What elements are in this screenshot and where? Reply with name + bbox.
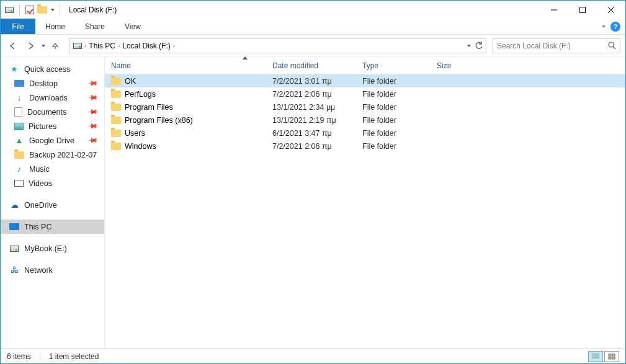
close-button[interactable] — [597, 1, 625, 19]
sidebar-this-pc[interactable]: This PC — [1, 220, 104, 234]
column-size[interactable]: Size — [431, 57, 480, 74]
file-date: 13/1/2021 2:19 πμ — [266, 116, 356, 125]
window-title: Local Disk (F:) — [69, 6, 117, 14]
column-type[interactable]: Type — [356, 57, 431, 74]
maximize-button[interactable] — [568, 1, 597, 19]
drive-icon — [9, 244, 19, 254]
table-row[interactable]: Windows7/2/2021 2:06 πμFile folder — [105, 140, 625, 153]
sidebar-item[interactable]: ↓Downloads📌 — [1, 91, 104, 105]
video-icon — [14, 180, 24, 187]
picture-icon — [14, 123, 24, 130]
table-row[interactable]: OK7/2/2021 3:01 πμFile folder — [105, 74, 625, 87]
svg-rect-1 — [580, 7, 586, 12]
sidebar-item[interactable]: Documents📌 — [1, 105, 104, 119]
download-icon: ↓ — [14, 93, 24, 103]
svg-rect-12 — [609, 357, 611, 359]
pin-icon: 📌 — [86, 120, 98, 132]
sidebar-item-label: Desktop — [29, 79, 58, 88]
sidebar-mybook[interactable]: MyBook (E:) — [1, 241, 104, 255]
cloud-icon: ☁ — [9, 200, 19, 210]
breadcrumb-current[interactable]: Local Disk (F:) — [122, 42, 170, 50]
column-name[interactable]: Name — [105, 57, 266, 74]
table-row[interactable]: PerfLogs7/2/2021 2:06 πμFile folder — [105, 87, 625, 100]
sidebar-item-label: Music — [29, 165, 50, 174]
sidebar-item[interactable]: Pictures📌 — [1, 119, 104, 133]
file-tab[interactable]: File — [1, 19, 35, 34]
sidebar-item-label: Pictures — [29, 122, 56, 131]
search-icon[interactable] — [608, 42, 616, 50]
sidebar-item[interactable]: Desktop📌 — [1, 76, 104, 91]
sidebar-item-label: Videos — [29, 179, 52, 188]
file-type: File folder — [356, 116, 431, 125]
recent-dropdown-icon[interactable] — [42, 45, 45, 47]
address-bar[interactable]: › This PC› Local Disk (F:)› — [69, 38, 486, 53]
qat-properties-icon[interactable] — [25, 5, 35, 15]
file-type: File folder — [356, 129, 431, 138]
sidebar-item[interactable]: Backup 2021-02-07 — [1, 148, 104, 162]
chevron-right-icon[interactable]: › — [118, 42, 120, 49]
nav-row: › This PC› Local Disk (F:)› Search Local… — [1, 35, 625, 57]
file-name: Program Files — [125, 103, 173, 112]
file-date: 6/1/2021 3:47 πμ — [266, 129, 356, 138]
tab-share[interactable]: Share — [75, 19, 115, 34]
pin-icon: 📌 — [86, 78, 98, 89]
svg-line-6 — [613, 47, 615, 49]
table-row[interactable]: Users6/1/2021 3:47 πμFile folder — [105, 127, 625, 140]
pin-icon: 📌 — [86, 92, 98, 104]
desktop-icon — [14, 80, 24, 87]
monitor-icon — [9, 223, 19, 230]
chevron-right-icon[interactable]: › — [84, 42, 86, 49]
tab-home[interactable]: Home — [35, 19, 75, 34]
file-date: 13/1/2021 2:34 μμ — [266, 103, 356, 112]
svg-point-5 — [609, 42, 614, 47]
forward-button[interactable] — [23, 38, 38, 53]
folder-icon — [14, 150, 24, 160]
file-list: Name Date modified Type Size OK7/2/2021 … — [105, 57, 625, 348]
table-row[interactable]: Program Files (x86)13/1/2021 2:19 πμFile… — [105, 113, 625, 127]
table-row[interactable]: Program Files13/1/2021 2:34 μμFile folde… — [105, 100, 625, 113]
help-icon[interactable]: ? — [610, 22, 620, 32]
address-history-icon[interactable] — [467, 45, 471, 47]
sidebar-item[interactable]: ▲Google Drive📌 — [1, 133, 104, 148]
sidebar-item[interactable]: Videos — [1, 176, 104, 190]
tab-view[interactable]: View — [115, 19, 151, 34]
minimize-button[interactable] — [540, 1, 568, 19]
ribbon-expand-icon[interactable] — [602, 25, 606, 28]
sidebar-onedrive[interactable]: ☁OneDrive — [1, 198, 104, 212]
sidebar-item[interactable]: ♪Music — [1, 162, 104, 176]
refresh-icon[interactable] — [475, 42, 483, 50]
sidebar-item-label: Backup 2021-02-07 — [29, 151, 97, 159]
details-view-button[interactable] — [588, 351, 603, 362]
file-name: Program Files (x86) — [125, 116, 193, 125]
google-drive-icon: ▲ — [14, 136, 24, 146]
sidebar-network[interactable]: 🖧Network — [1, 263, 104, 277]
file-type: File folder — [356, 142, 431, 151]
sidebar-item-label: Downloads — [29, 94, 68, 102]
back-button[interactable] — [6, 38, 20, 53]
sidebar-item-label: Google Drive — [29, 136, 74, 145]
file-date: 7/2/2021 3:01 πμ — [266, 77, 356, 86]
up-button[interactable] — [48, 38, 63, 53]
file-date: 7/2/2021 2:06 πμ — [266, 90, 356, 99]
star-icon: ★ — [9, 64, 19, 74]
large-icons-view-button[interactable] — [604, 351, 619, 362]
sidebar-quick-access[interactable]: ★Quick access — [1, 62, 104, 76]
file-name: Windows — [125, 142, 156, 151]
qat-newfolder-icon[interactable] — [37, 5, 47, 15]
search-input[interactable]: Search Local Disk (F:) — [493, 38, 620, 53]
qat-dropdown-icon[interactable] — [51, 9, 55, 11]
titlebar: Local Disk (F:) — [1, 1, 625, 19]
folder-icon — [111, 130, 121, 137]
folder-icon — [111, 104, 121, 111]
folder-icon — [111, 143, 121, 150]
file-name: Users — [125, 129, 145, 138]
column-date[interactable]: Date modified — [266, 57, 356, 74]
file-name: PerfLogs — [125, 90, 156, 99]
network-icon: 🖧 — [9, 265, 19, 275]
divider — [60, 4, 60, 16]
search-placeholder: Search Local Disk (F:) — [497, 42, 571, 50]
chevron-right-icon[interactable]: › — [173, 42, 175, 49]
drive-icon — [73, 43, 82, 49]
file-type: File folder — [356, 77, 431, 86]
breadcrumb-this-pc[interactable]: This PC — [89, 42, 115, 50]
